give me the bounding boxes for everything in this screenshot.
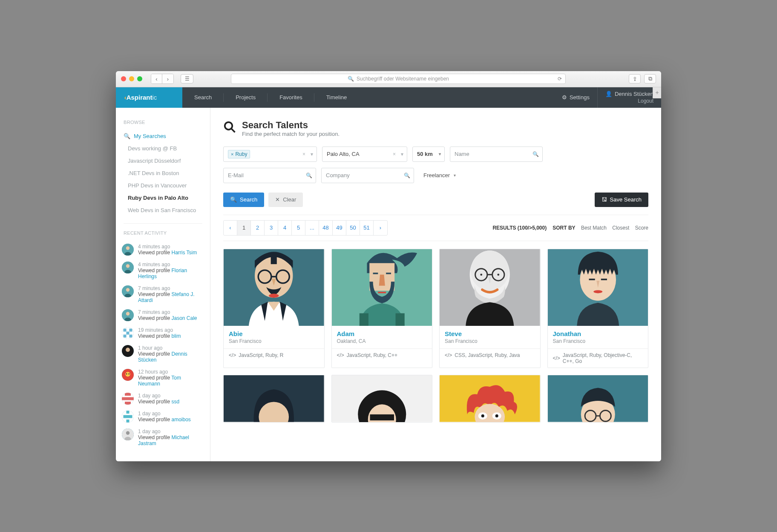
profile-link[interactable]: Tom Neumann bbox=[138, 375, 181, 387]
activity-row[interactable]: 7 minutes ago Viewed profile Jason Cale bbox=[122, 306, 204, 324]
page-prev[interactable]: ‹ bbox=[224, 221, 237, 235]
avatar bbox=[332, 375, 432, 422]
tabview-button[interactable]: ☰ bbox=[181, 74, 193, 83]
profile-link[interactable]: ssd bbox=[172, 399, 180, 405]
share-icon[interactable]: ⇪ bbox=[629, 74, 641, 83]
distance-select[interactable]: 50 km ▾ bbox=[412, 147, 445, 162]
name-input[interactable]: Name 🔍 bbox=[450, 147, 543, 162]
chevron-down-icon[interactable]: ▾ bbox=[311, 151, 313, 157]
activity-row[interactable]: 4 minutes ago Viewed profile Florian Her… bbox=[122, 259, 204, 282]
activity-row[interactable]: 19 minutes ago Viewed profile blim bbox=[122, 324, 204, 342]
sort-best-match[interactable]: Best Match bbox=[581, 225, 607, 231]
skill-tag-input[interactable]: ×Ruby × ▾ bbox=[223, 147, 317, 162]
location-input[interactable]: Palo Alto, CA × ▾ bbox=[322, 147, 407, 162]
close-icon[interactable]: × bbox=[231, 152, 233, 157]
activity-row[interactable]: 1 hour ago Viewed profile Dennis Stücken bbox=[122, 342, 204, 366]
activity-row[interactable]: 7 minutes ago Viewed profile Stefano J. … bbox=[122, 282, 204, 306]
talent-card[interactable]: Steve San Francisco </> CSS, JavaScript,… bbox=[439, 249, 541, 368]
url-bar[interactable]: 🔍 Suchbegriff oder Websitename eingeben … bbox=[231, 74, 566, 84]
page-51[interactable]: 51 bbox=[360, 221, 374, 235]
clear-icon[interactable]: × bbox=[393, 151, 396, 157]
sidebar-item[interactable]: Devs working @ FB bbox=[116, 142, 210, 155]
sort-closest[interactable]: Closest bbox=[612, 225, 629, 231]
titlebar-right: ⇪ ⧉ bbox=[629, 74, 656, 83]
clear-icon[interactable]: × bbox=[302, 151, 305, 157]
page-49[interactable]: 49 bbox=[333, 221, 346, 235]
save-search-button[interactable]: 🖫Save Search bbox=[595, 193, 648, 207]
page-5[interactable]: 5 bbox=[292, 221, 305, 235]
main-content: Search Talents Find the perfect match fo… bbox=[210, 108, 661, 461]
avatar bbox=[122, 369, 134, 381]
profile-link[interactable]: Stefano J. Attardi bbox=[138, 291, 195, 303]
sidebar-my-searches[interactable]: 🔍 My Searches bbox=[116, 130, 210, 142]
profile-link[interactable]: blim bbox=[172, 333, 181, 339]
activity-list: 4 minutes ago Viewed profile Harris Tsim… bbox=[116, 241, 210, 449]
talent-card[interactable] bbox=[547, 375, 649, 423]
profile-link[interactable]: amoibos bbox=[172, 417, 191, 423]
talent-location: San Francisco bbox=[445, 338, 535, 344]
nav-settings[interactable]: ⚙ Settings bbox=[554, 94, 597, 101]
nav-projects[interactable]: Projects bbox=[224, 87, 268, 108]
search-icon: 🔍 bbox=[348, 76, 354, 82]
page-1[interactable]: 1 bbox=[237, 221, 251, 235]
nav-favorites[interactable]: Favorites bbox=[268, 87, 314, 108]
email-input[interactable]: E-Mail 🔍 bbox=[223, 168, 316, 183]
activity-row[interactable]: 1 day ago Viewed profile Michael Jastram bbox=[122, 426, 204, 449]
avatar bbox=[122, 393, 134, 405]
clear-button[interactable]: ✕Clear bbox=[268, 193, 303, 207]
nav-search[interactable]: Search bbox=[182, 87, 224, 108]
sort-score[interactable]: Score bbox=[635, 225, 648, 231]
forward-button[interactable]: › bbox=[162, 74, 173, 83]
page-48[interactable]: 48 bbox=[319, 221, 333, 235]
page-4[interactable]: 4 bbox=[278, 221, 292, 235]
sidebar-header-browse: BROWSE bbox=[116, 120, 210, 130]
activity-row[interactable]: 1 day ago Viewed profile ssd bbox=[122, 390, 204, 408]
page-50[interactable]: 50 bbox=[346, 221, 360, 235]
profile-link[interactable]: Jason Cale bbox=[172, 315, 197, 321]
new-tab-button[interactable]: + bbox=[653, 87, 661, 98]
activity-row[interactable]: 4 minutes ago Viewed profile Harris Tsim bbox=[122, 241, 204, 259]
svg-rect-27 bbox=[124, 415, 132, 418]
maximize-window-icon[interactable] bbox=[137, 76, 142, 81]
sidebar-item[interactable]: .NET Devs in Boston bbox=[116, 167, 210, 179]
activity-row[interactable]: 1 day ago Viewed profile amoibos bbox=[122, 408, 204, 426]
activity-row[interactable]: 12 hours ago Viewed profile Tom Neumann bbox=[122, 366, 204, 390]
nav-timeline[interactable]: Timeline bbox=[314, 87, 359, 108]
company-input[interactable]: Company 🔍 bbox=[321, 168, 414, 183]
user-menu[interactable]: 👤Dennis Stücken Logout bbox=[597, 87, 661, 108]
talent-card[interactable] bbox=[439, 375, 541, 423]
logout-link[interactable]: Logout bbox=[605, 98, 653, 104]
code-icon: </> bbox=[445, 352, 452, 358]
page-2[interactable]: 2 bbox=[251, 221, 265, 235]
svg-point-30 bbox=[126, 431, 130, 434]
talent-card[interactable]: Adam Oakland, CA </> JavaScript, Ruby, C… bbox=[331, 249, 433, 368]
brand-logo[interactable]: ‹Aspirantic bbox=[116, 87, 182, 108]
freelancer-select[interactable]: Freelancer ▾ bbox=[419, 168, 459, 183]
tabs-icon[interactable]: ⧉ bbox=[644, 74, 656, 83]
close-window-icon[interactable] bbox=[121, 76, 126, 81]
back-button[interactable]: ‹ bbox=[151, 74, 162, 83]
svg-rect-28 bbox=[127, 420, 130, 423]
minimize-window-icon[interactable] bbox=[129, 76, 134, 81]
profile-link[interactable]: Florian Herlings bbox=[138, 267, 187, 279]
page-...[interactable]: ... bbox=[305, 221, 319, 235]
talent-card[interactable]: Jonathan San Francisco </> JavaScript, R… bbox=[547, 249, 649, 368]
chevron-down-icon: ▾ bbox=[454, 173, 456, 178]
page-next[interactable]: › bbox=[374, 221, 387, 235]
profile-link[interactable]: Dennis Stücken bbox=[138, 351, 187, 363]
reload-icon[interactable]: ⟳ bbox=[558, 76, 562, 82]
chevron-down-icon[interactable]: ▾ bbox=[401, 151, 403, 157]
profile-link[interactable]: Harris Tsim bbox=[172, 250, 197, 256]
talent-name: Adam bbox=[337, 330, 427, 337]
sidebar-item[interactable]: Web Devs in San Francisco bbox=[116, 204, 210, 216]
sidebar-item[interactable]: PHP Devs in Vancouver bbox=[116, 179, 210, 192]
profile-link[interactable]: Michael Jastram bbox=[138, 434, 189, 446]
page-3[interactable]: 3 bbox=[265, 221, 278, 235]
search-button[interactable]: 🔍Search bbox=[223, 193, 264, 207]
sidebar-item[interactable]: Javascript Düsseldorf bbox=[116, 155, 210, 167]
sidebar-item-active[interactable]: Ruby Devs in Palo Alto bbox=[116, 192, 210, 204]
tag-ruby[interactable]: ×Ruby bbox=[228, 150, 250, 158]
talent-card[interactable] bbox=[331, 375, 433, 423]
talent-card[interactable] bbox=[223, 375, 325, 423]
talent-card[interactable]: Abie San Francisco </> JavaScript, Ruby,… bbox=[223, 249, 325, 368]
